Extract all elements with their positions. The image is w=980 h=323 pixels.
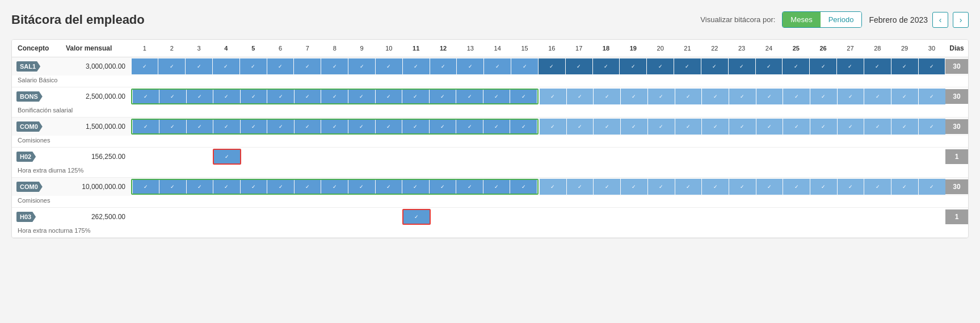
day-cell-H02-10	[377, 149, 404, 165]
day-cell-BONS-17: ✓	[567, 89, 594, 104]
day-cell-SAL1-8: ✓	[321, 58, 348, 74]
day-cell-COM0_1-16: ✓	[540, 119, 566, 135]
day-cell-H02-29	[891, 149, 918, 165]
row-main-COM0_2: COM010,000,000.00✓✓✓✓✓✓✓✓✓✓✓✓✓✓✓✓✓✓✓✓✓✓✓…	[12, 178, 968, 196]
dias-cell-H03: 1	[945, 209, 968, 224]
day-cell-BONS-14: ✓	[483, 90, 510, 103]
page: Bitácora del empleado Visualizar bitácor…	[0, 0, 980, 323]
day-cell-H03-25	[783, 209, 810, 225]
day-cell-COM0_1-23: ✓	[729, 119, 756, 135]
meses-button[interactable]: Meses	[783, 12, 820, 27]
day-cell-H02-17	[567, 149, 594, 165]
rows-container: SAL13,000,000.00✓✓✓✓✓✓✓✓✓✓✓✓✓✓✓✓✓✓✓✓✓✓✓✓…	[12, 57, 968, 238]
day-cell-H02-2	[158, 149, 185, 165]
day-cell-COM0_1-30: ✓	[919, 119, 945, 135]
day-cell-COM0_1-10: ✓	[376, 120, 402, 133]
row-group-H02: H02156,250.00✓1Hora extra diurna 125%	[12, 148, 968, 178]
day-cell-COM0_1-26: ✓	[810, 119, 837, 135]
day-header-30: 30	[918, 45, 945, 52]
day-cell-BONS-8: ✓	[321, 90, 348, 103]
day-cell-H02-14	[486, 149, 512, 165]
day-cell-BONS-30: ✓	[919, 89, 945, 104]
day-cell-BONS-29: ✓	[891, 89, 918, 104]
day-cell-H03-5	[239, 209, 266, 225]
day-cell-COM0_2-5: ✓	[241, 180, 267, 194]
day-cell-H03-14	[486, 209, 512, 225]
day-cell-COM0_2-28: ✓	[864, 179, 891, 195]
day-cell-SAL1-17: ✓	[566, 58, 592, 74]
day-cell-COM0_1-7: ✓	[295, 120, 321, 133]
day-cell-BONS-10: ✓	[376, 90, 402, 103]
day-cell-COM0_2-17: ✓	[567, 179, 594, 195]
value-cell-COM0_2: 10,000,000.00	[63, 183, 131, 191]
day-cell-H03-28	[864, 209, 891, 225]
day-cell-H02-15	[512, 149, 539, 165]
day-cell-H02-19	[621, 149, 647, 165]
day-cell-SAL1-6: ✓	[267, 58, 294, 74]
day-cell-H03-24	[756, 209, 783, 225]
day-cell-H02-28	[864, 149, 891, 165]
day-header-1: 1	[131, 45, 158, 52]
day-cell-COM0_1-8: ✓	[321, 120, 348, 133]
day-cell-COM0_1-24: ✓	[756, 119, 783, 135]
day-header-24: 24	[755, 45, 783, 52]
day-cell-COM0_2-21: ✓	[675, 179, 702, 195]
day-cell-H03-13	[459, 209, 485, 225]
day-cell-COM0_2-23: ✓	[729, 179, 756, 195]
day-cell-SAL1-21: ✓	[674, 58, 701, 74]
day-cell-BONS-18: ✓	[594, 89, 620, 104]
next-period-button[interactable]: ›	[953, 12, 969, 28]
row-main-BONS: BONS2,500,000.00✓✓✓✓✓✓✓✓✓✓✓✓✓✓✓✓✓✓✓✓✓✓✓✓…	[12, 87, 968, 106]
period-label: Febrero de 2023	[869, 15, 928, 24]
day-cell-H02-9	[350, 149, 377, 165]
day-header-16: 16	[538, 45, 565, 52]
row-label-BONS: Bonificación salarial	[12, 106, 968, 117]
day-cell-COM0_2-10: ✓	[376, 180, 402, 194]
day-cell-COM0_2-29: ✓	[891, 179, 918, 195]
days-bar-H03: ✓	[131, 208, 945, 226]
concept-cell-H02: H02	[12, 148, 63, 165]
day-cell-H03-30	[919, 209, 945, 225]
day-cell-H03-21	[675, 209, 702, 225]
day-header-12: 12	[430, 45, 457, 52]
day-cell-BONS-12: ✓	[430, 90, 456, 103]
day-cell-SAL1-25: ✓	[783, 58, 809, 74]
row-label-H03: Hora extra nocturna 175%	[12, 226, 968, 237]
day-cell-COM0_1-12: ✓	[430, 120, 456, 133]
day-cell-SAL1-30: ✓	[919, 58, 945, 74]
day-cell-COM0_2-16: ✓	[540, 179, 566, 195]
row-main-SAL1: SAL13,000,000.00✓✓✓✓✓✓✓✓✓✓✓✓✓✓✓✓✓✓✓✓✓✓✓✓…	[12, 57, 968, 75]
day-cell-BONS-3: ✓	[187, 90, 213, 103]
value-cell-BONS: 2,500,000.00	[63, 93, 131, 100]
day-cell-BONS-23: ✓	[729, 89, 756, 104]
day-cell-COM0_2-14: ✓	[483, 180, 510, 194]
days-bar-COM0_2: ✓✓✓✓✓✓✓✓✓✓✓✓✓✓✓✓✓✓✓✓✓✓✓✓✓✓✓✓✓✓	[131, 178, 945, 196]
day-cell-BONS-15: ✓	[510, 90, 537, 103]
row-group-H03: H03262,500.00✓1Hora extra nocturna 175%	[12, 208, 968, 238]
value-cell-H03: 262,500.00	[63, 213, 131, 221]
day-cell-COM0_1-19: ✓	[621, 119, 647, 135]
valor-header: Valor mensual	[63, 44, 131, 52]
day-cell-H03-23	[729, 209, 756, 225]
row-group-COM0_1: COM01,500,000.00✓✓✓✓✓✓✓✓✓✓✓✓✓✓✓✓✓✓✓✓✓✓✓✓…	[12, 118, 968, 148]
prev-period-button[interactable]: ‹	[932, 12, 948, 28]
day-cell-COM0_1-9: ✓	[348, 120, 375, 133]
header-controls: Visualizar bitácora por: Meses Periodo F…	[700, 11, 969, 28]
green-section-COM0_2: ✓✓✓✓✓✓✓✓✓✓✓✓✓✓✓	[131, 179, 539, 195]
day-cell-SAL1-23: ✓	[729, 58, 755, 74]
day-cell-H02-18	[594, 149, 620, 165]
days-bar-H02: ✓	[131, 148, 945, 166]
periodo-button[interactable]: Periodo	[821, 12, 862, 27]
day-cell-H02-24	[756, 149, 783, 165]
day-cell-H03-19	[621, 209, 647, 225]
day-cell-BONS-5: ✓	[241, 90, 267, 103]
day-cell-SAL1-11: ✓	[403, 58, 430, 74]
day-cell-COM0_2-27: ✓	[838, 179, 864, 195]
day-cell-SAL1-28: ✓	[864, 58, 891, 74]
concept-badge-H03: H03	[16, 212, 36, 222]
day-header-20: 20	[647, 45, 674, 52]
row-group-BONS: BONS2,500,000.00✓✓✓✓✓✓✓✓✓✓✓✓✓✓✓✓✓✓✓✓✓✓✓✓…	[12, 87, 968, 118]
day-cell-SAL1-20: ✓	[647, 58, 674, 74]
day-header-11: 11	[402, 45, 430, 52]
concepto-header: Concepto	[12, 44, 63, 52]
